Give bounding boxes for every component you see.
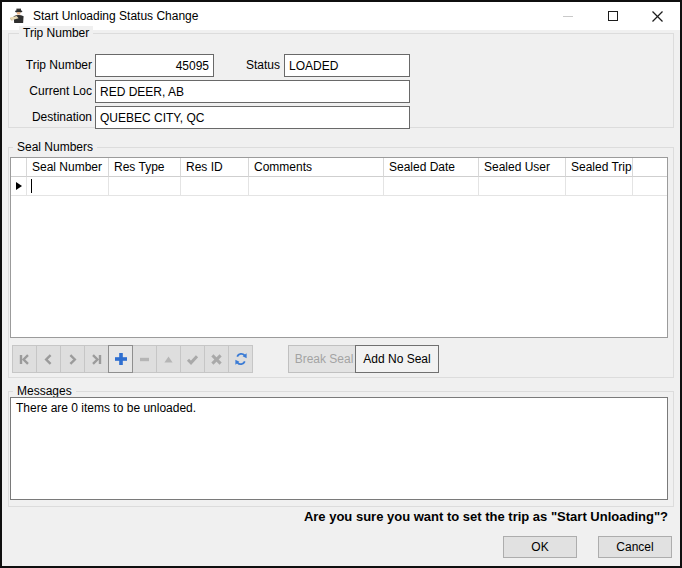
- edit-record-button[interactable]: [156, 345, 181, 373]
- res-id-cell[interactable]: [181, 177, 249, 196]
- prior-record-icon: [42, 353, 55, 366]
- column-header-sealed-trip: Sealed Trip: [566, 158, 633, 177]
- column-header-filler: [633, 158, 667, 177]
- dialog-window: Start Unloading Status Change Trip Numbe: [0, 0, 682, 568]
- destination-label: Destination: [12, 110, 92, 124]
- seal-grid-header: Seal Number Res Type Res ID Comments Sea…: [11, 158, 667, 177]
- seal-numbers-group-label: Seal Numbers: [13, 140, 97, 154]
- next-record-icon: [66, 353, 79, 366]
- window-title: Start Unloading Status Change: [33, 9, 198, 23]
- cancel-edit-icon: [210, 353, 223, 366]
- trip-number-label: Trip Number: [12, 58, 92, 72]
- refresh-icon: [234, 352, 248, 366]
- sealed-date-cell[interactable]: [384, 177, 479, 196]
- seal-grid[interactable]: Seal Number Res Type Res ID Comments Sea…: [10, 157, 668, 338]
- seal-number-edit-cell[interactable]: [27, 177, 109, 196]
- filler-cell: [633, 177, 667, 196]
- delete-record-button[interactable]: [132, 345, 157, 373]
- comments-cell[interactable]: [249, 177, 384, 196]
- current-loc-label: Current Loc: [12, 84, 92, 98]
- column-header-res-type: Res Type: [109, 158, 181, 177]
- last-record-icon: [90, 353, 103, 366]
- status-field[interactable]: [284, 54, 410, 77]
- titlebar: Start Unloading Status Change: [2, 2, 680, 30]
- column-header-comments: Comments: [249, 158, 384, 177]
- break-seal-label: Break Seal: [295, 352, 354, 366]
- post-edit-icon: [186, 353, 199, 366]
- trip-number-field[interactable]: [95, 54, 214, 77]
- minimize-button[interactable]: [545, 2, 590, 30]
- first-record-button[interactable]: [12, 345, 37, 373]
- maximize-button[interactable]: [590, 2, 635, 30]
- close-button[interactable]: [635, 2, 680, 30]
- column-header-sealed-date: Sealed Date: [384, 158, 479, 177]
- status-label: Status: [230, 58, 280, 72]
- destination-field[interactable]: [95, 106, 410, 129]
- cancel-button-label: Cancel: [616, 540, 653, 554]
- delete-record-icon: [138, 353, 151, 366]
- cancel-edit-button[interactable]: [204, 345, 229, 373]
- add-no-seal-label: Add No Seal: [363, 352, 430, 366]
- grid-corner-cell: [11, 158, 27, 177]
- column-header-sealed-user: Sealed User: [479, 158, 566, 177]
- current-row-arrow-icon: [16, 182, 22, 190]
- row-selector-cell: [11, 177, 27, 196]
- post-edit-button[interactable]: [180, 345, 205, 373]
- ok-button-label: OK: [531, 540, 548, 554]
- sealed-trip-cell[interactable]: [566, 177, 633, 196]
- current-loc-field[interactable]: [95, 80, 410, 103]
- ok-button[interactable]: OK: [503, 536, 577, 558]
- confirm-question-text: Are you sure you want to set the trip as…: [2, 509, 668, 524]
- prior-record-button[interactable]: [36, 345, 61, 373]
- db-navigator: [12, 345, 252, 373]
- close-icon: [652, 11, 663, 22]
- trip-number-group-label: Trip Number: [19, 26, 93, 40]
- break-seal-button[interactable]: Break Seal: [288, 345, 360, 373]
- next-record-button[interactable]: [60, 345, 85, 373]
- column-header-res-id: Res ID: [181, 158, 249, 177]
- edit-record-icon: [162, 353, 175, 366]
- column-header-seal-number: Seal Number: [27, 158, 109, 177]
- add-no-seal-button[interactable]: Add No Seal: [355, 345, 439, 373]
- messages-memo[interactable]: There are 0 items to be unloaded.: [10, 397, 668, 500]
- messages-text: There are 0 items to be unloaded.: [16, 401, 196, 415]
- first-record-icon: [18, 353, 31, 366]
- insert-record-icon: [114, 352, 128, 366]
- text-caret: [31, 179, 32, 193]
- maximize-icon: [608, 11, 618, 21]
- refresh-button[interactable]: [228, 345, 253, 373]
- sealed-user-cell[interactable]: [479, 177, 566, 196]
- courier-person-icon: [9, 8, 26, 24]
- minimize-icon: [563, 16, 573, 17]
- res-type-cell[interactable]: [109, 177, 181, 196]
- insert-record-button[interactable]: [108, 345, 133, 373]
- cancel-button[interactable]: Cancel: [598, 536, 672, 558]
- messages-group-label: Messages: [13, 384, 76, 398]
- last-record-button[interactable]: [84, 345, 109, 373]
- table-row[interactable]: [11, 177, 667, 196]
